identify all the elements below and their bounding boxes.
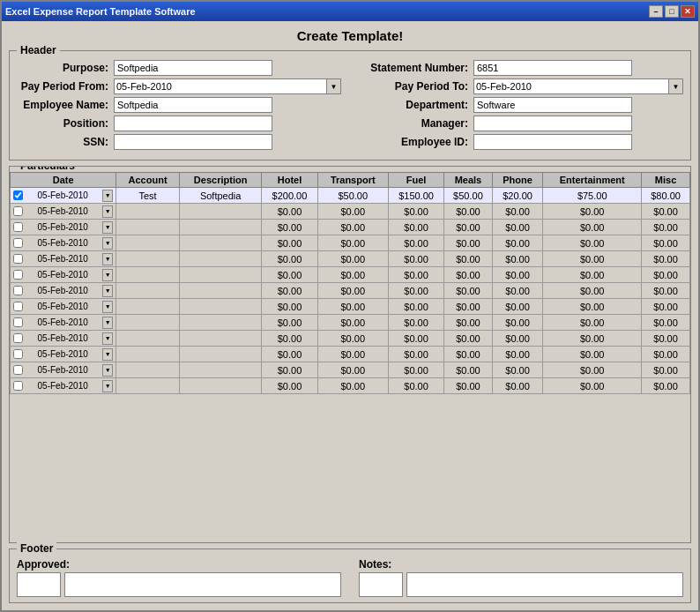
ssn-input[interactable] [114, 134, 272, 150]
date-cell: 05-Feb-2010▼ [11, 283, 116, 299]
footer-legend: Footer [17, 542, 56, 555]
date-arrow[interactable]: ▼ [102, 269, 113, 281]
desc-cell [179, 283, 262, 299]
desc-cell [179, 204, 262, 220]
account-cell [116, 251, 179, 267]
employee-name-input[interactable] [114, 97, 272, 113]
employee-name-row: Employee Name: [17, 97, 341, 113]
date-arrow[interactable]: ▼ [102, 253, 113, 265]
desc-cell [179, 267, 262, 283]
date-arrow[interactable]: ▼ [102, 205, 113, 218]
row-checkbox[interactable] [13, 206, 23, 216]
maximize-button[interactable]: □ [665, 5, 679, 18]
close-button[interactable]: ✕ [681, 5, 695, 18]
row-checkbox[interactable] [13, 333, 23, 343]
title-bar-buttons: – □ ✕ [649, 5, 695, 18]
table-row: 05-Feb-2010▼ $0.00$0.00$0.00$0.00$0.00$0… [11, 283, 690, 299]
date-cell: 05-Feb-2010▼ [11, 204, 116, 220]
row-checkbox[interactable] [13, 254, 23, 264]
particulars-legend: Particulars [17, 166, 78, 172]
date-arrow[interactable]: ▼ [102, 301, 113, 313]
table-row: 05-Feb-2010▼ $0.00$0.00$0.00$0.00$0.00$0… [11, 235, 690, 251]
row-checkbox[interactable] [13, 238, 23, 248]
row-checkbox[interactable] [13, 349, 23, 359]
row1-fuel: $150.00 [389, 188, 444, 204]
row-checkbox[interactable] [13, 381, 23, 391]
row-checkbox[interactable] [13, 365, 23, 375]
col-transport: Transport [317, 173, 389, 188]
header-section: Header Purpose: Pay Period From: ▼ [9, 50, 691, 160]
manager-row: Manager: [359, 116, 683, 131]
statement-number-row: Statement Number: [359, 60, 683, 76]
purpose-input[interactable] [114, 60, 272, 76]
date-arrow[interactable]: ▼ [102, 237, 113, 250]
particulars-section: Particulars Date Account Description Hot… [9, 166, 691, 543]
date-arrow[interactable]: ▼ [102, 221, 113, 234]
employee-id-row: Employee ID: [359, 134, 683, 150]
desc-cell [179, 362, 262, 378]
row1-date: 05-Feb-2010 [24, 190, 101, 200]
date-cell: 05-Feb-2010▼ [11, 220, 116, 235]
statement-number-input[interactable] [473, 60, 632, 76]
desc-cell [179, 251, 262, 267]
date-arrow[interactable]: ▼ [102, 285, 113, 297]
employee-id-input[interactable] [473, 134, 632, 150]
window-title: Excel Expense Report Template Software [5, 6, 196, 17]
row1-account: Test [116, 188, 179, 204]
date-arrow[interactable]: ▼ [102, 364, 113, 377]
pay-period-from-label: Pay Period From: [17, 80, 114, 93]
manager-input[interactable] [473, 116, 632, 131]
table-container: Date Account Description Hotel Transport… [10, 172, 690, 542]
date-cell: 05-Feb-2010▼ [11, 362, 116, 378]
position-input[interactable] [114, 116, 272, 131]
pay-period-to-arrow[interactable]: ▼ [669, 78, 683, 94]
col-date: Date [11, 173, 116, 188]
date-arrow[interactable]: ▼ [102, 332, 113, 345]
table-row: 05-Feb-2010▼ $0.00$0.00$0.00$0.00$0.00$0… [11, 204, 690, 220]
date-arrow[interactable]: ▼ [102, 348, 113, 361]
account-cell [116, 220, 179, 235]
minimize-button[interactable]: – [649, 5, 663, 18]
desc-cell [179, 220, 262, 235]
approved-input-large[interactable] [64, 572, 341, 597]
notes-input-large[interactable] [406, 572, 683, 597]
department-row: Department: [359, 97, 683, 113]
row1-checkbox[interactable] [13, 190, 23, 200]
account-cell [116, 204, 179, 220]
department-input[interactable] [473, 97, 632, 113]
desc-cell [179, 331, 262, 347]
pay-period-to-row: Pay Period To: ▼ [359, 78, 683, 94]
notes-input-small[interactable] [359, 572, 403, 597]
col-meals: Meals [444, 173, 493, 188]
row-checkbox[interactable] [13, 286, 23, 295]
title-bar: Excel Expense Report Template Software –… [2, 2, 698, 21]
desc-cell [179, 299, 262, 315]
row-checkbox[interactable] [13, 317, 23, 327]
particulars-table: Date Account Description Hotel Transport… [10, 172, 690, 394]
employee-name-label: Employee Name: [17, 99, 114, 111]
approved-label: Approved: [17, 558, 341, 571]
row1-date-cell: 05-Feb-2010 ▼ [11, 188, 116, 204]
row-checkbox[interactable] [13, 270, 23, 280]
manager-label: Manager: [359, 117, 473, 130]
row-checkbox[interactable] [13, 302, 23, 311]
approved-input-small[interactable] [17, 572, 61, 597]
account-cell [116, 331, 179, 347]
employee-id-label: Employee ID: [359, 136, 473, 148]
pay-period-from-input[interactable] [114, 78, 327, 94]
date-cell: 05-Feb-2010▼ [11, 267, 116, 283]
notes-col: Notes: [359, 558, 683, 597]
date-arrow[interactable]: ▼ [102, 317, 113, 329]
row-checkbox[interactable] [13, 222, 23, 232]
pay-period-from-arrow[interactable]: ▼ [327, 78, 341, 94]
row1-description: Softpedia [179, 188, 262, 204]
pay-period-to-input[interactable] [473, 78, 669, 94]
main-content: Create Template! Header Purpose: Pay Per… [2, 21, 698, 610]
date-cell: 05-Feb-2010▼ [11, 378, 116, 394]
page-title: Create Template! [9, 28, 691, 43]
row1-date-arrow[interactable]: ▼ [102, 190, 113, 202]
account-cell [116, 347, 179, 362]
header-grid: Purpose: Pay Period From: ▼ Employee Nam… [17, 60, 683, 153]
date-arrow[interactable]: ▼ [102, 380, 113, 392]
row1-meals: $50.00 [444, 188, 493, 204]
